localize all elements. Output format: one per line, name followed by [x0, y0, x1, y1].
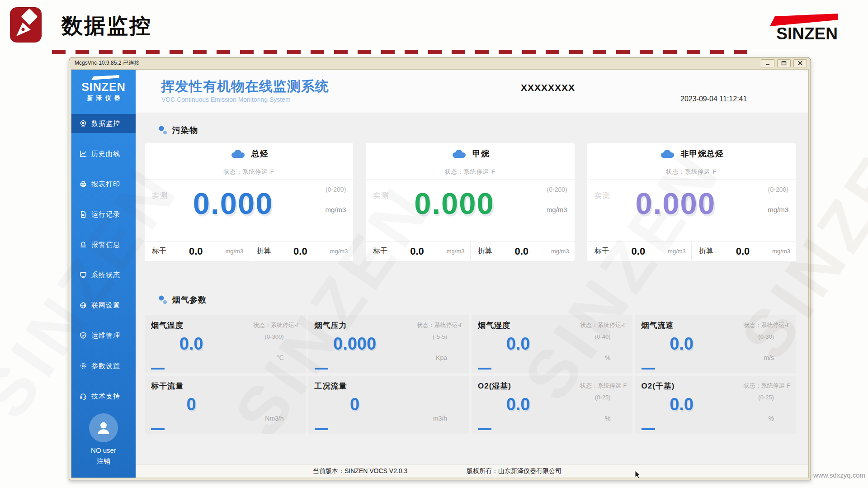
- params-icon: [79, 362, 87, 370]
- flue-value: 0.0: [635, 395, 728, 414]
- flue-label: 标干流量: [151, 381, 184, 391]
- main-content: 挥发性有机物在线监测系统 VOC Continuous Emission Mon…: [136, 70, 808, 478]
- flue-range: (0-25): [595, 394, 611, 401]
- sidebar-item-report-print[interactable]: 报表打印: [71, 175, 136, 194]
- flue-cell-velocity: 烟气流速 状态：系统停运-F (0-30) 0.0 m/s: [635, 315, 796, 373]
- flue-value: 0.0: [145, 334, 238, 354]
- accent-dash: [478, 428, 491, 430]
- sidebar-brand: SINZEN: [71, 81, 136, 93]
- minimize-button[interactable]: [761, 59, 774, 67]
- maximize-icon: [781, 61, 787, 66]
- cloud-icon: [451, 148, 467, 159]
- sidebar-item-label: 技术支持: [91, 392, 120, 401]
- flue-label: 工况流量: [315, 381, 347, 391]
- converted-label: 折算: [699, 246, 713, 256]
- pollutants-section-header: 污染物: [158, 125, 198, 136]
- flue-label: 烟气湿度: [478, 320, 510, 331]
- flue-cell-actual-flow: 工况流量 0 m3/h: [308, 376, 469, 434]
- sidebar-item-network-settings[interactable]: 联网设置: [71, 296, 136, 315]
- flue-cell-humidity: 烟气湿度 状态：系统停运-F (0-40) 0.0 %: [472, 315, 632, 373]
- sidebar-item-label: 运行记录: [91, 210, 120, 219]
- flue-section-header: 烟气参数: [158, 294, 207, 305]
- unit-label: mg/m3: [768, 206, 788, 213]
- flue-cell-temperature: 烟气温度 状态：系统停运-F (0-300) 0.0 ℃: [145, 315, 306, 373]
- flue-label: O2(湿基): [478, 381, 511, 391]
- sidebar-item-run-record[interactable]: 运行记录: [71, 205, 136, 224]
- std-dry-value: 0.0: [169, 246, 222, 257]
- section-title: 烟气参数: [172, 294, 207, 305]
- cloud-icon: [230, 148, 246, 159]
- monitor-icon: [79, 119, 87, 128]
- pollutant-cards: 总烃 状态：系统停运-F 实测 0.000 (0-200) mg/m3 标干 0…: [145, 143, 796, 261]
- sidebar-item-data-monitor[interactable]: 数据监控: [71, 114, 136, 133]
- unit-label: mg/m3: [547, 206, 567, 213]
- system-title: 挥发性有机物在线监测系统: [161, 77, 329, 96]
- std-dry-unit: mg/m3: [225, 248, 243, 255]
- accent-dash: [315, 428, 328, 430]
- flue-cell-o2-dry: O2(干基) 状态：系统停运-F (0-25) 0.0 %: [635, 376, 796, 434]
- pollutant-card-nmhc: 非甲烷总烃 状态：系统停运-F 实测 0.000 (0-200) mg/m3 标…: [587, 143, 796, 261]
- measured-value: 0.000: [384, 186, 524, 221]
- status-text: 状态：系统停运-F: [587, 164, 796, 180]
- record-icon: [79, 210, 87, 218]
- accent-dash: [642, 368, 655, 370]
- flue-cell-o2-wet: O2(湿基) 状态：系统停运-F (0-25) 0.0 %: [472, 376, 632, 434]
- sidebar-item-history-curve[interactable]: 历史曲线: [71, 144, 136, 163]
- user-name: NO user: [71, 446, 136, 454]
- support-icon: [79, 392, 87, 400]
- flue-cell-pressure: 烟气压力 状态：系统停运-F (-5-5) 0.000 Kpa: [308, 315, 469, 373]
- flue-value: 0.0: [472, 334, 565, 354]
- flue-label: 烟气压力: [315, 320, 347, 331]
- page-title: 数据监控: [61, 12, 152, 40]
- logout-button[interactable]: 注销: [71, 457, 136, 466]
- flue-status: 状态：系统停运-F: [580, 321, 627, 329]
- flue-unit: m3/h: [433, 415, 447, 422]
- sidebar-item-label: 参数设置: [91, 362, 120, 370]
- flue-range: (0-30): [758, 333, 774, 340]
- sidebar-item-parameter-settings[interactable]: 参数设置: [71, 356, 136, 375]
- pollutant-name: 非甲烷总烃: [681, 148, 724, 159]
- converted-value: 0.0: [274, 246, 327, 257]
- maximize-button[interactable]: [777, 59, 791, 67]
- minimize-icon: [765, 61, 770, 66]
- flue-status: 状态：系统停运-F: [580, 382, 627, 390]
- std-dry-value: 0.0: [612, 246, 665, 257]
- system-subtitle: VOC Continuous Emission Monitoring Syste…: [161, 96, 291, 103]
- sidebar-item-label: 联网设置: [91, 301, 120, 310]
- copyright-text: 版权所有：山东新泽仪器有限公司: [467, 464, 561, 478]
- flue-unit: %: [769, 415, 774, 422]
- mouse-cursor: [635, 470, 641, 479]
- converted-value: 0.0: [495, 246, 548, 257]
- sidebar-item-label: 报表打印: [91, 180, 120, 189]
- flue-unit: Nm3/h: [265, 415, 283, 422]
- sidebar-item-label: 系统状态: [91, 271, 120, 280]
- converted-label: 折算: [256, 246, 271, 256]
- status-text: 状态：系统停运-F: [366, 164, 574, 180]
- app-footer: 当前版本：SINZEN VOCS V2.0.3 版权所有：山东新泽仪器有限公司: [136, 464, 808, 478]
- window-titlebar[interactable]: McgsVnc-10.9.85.2-已连接: [69, 57, 811, 69]
- pollutant-name: 总烃: [251, 148, 269, 159]
- range-label: (0-200): [768, 186, 788, 193]
- flue-value: 0.0: [635, 334, 728, 354]
- network-icon: [79, 301, 87, 309]
- unit-label: mg/m3: [325, 206, 346, 213]
- pen-icon: [10, 7, 42, 43]
- flue-range: (0-40): [595, 333, 611, 340]
- close-button[interactable]: [793, 59, 807, 67]
- sidebar-item-system-status[interactable]: 系统状态: [71, 265, 136, 284]
- vnc-window: McgsVnc-10.9.85.2-已连接 SINZEN 新泽仪器 数据监控: [69, 57, 811, 480]
- sidebar-item-ops-management[interactable]: 运维管理: [71, 326, 136, 345]
- measured-value: 0.000: [605, 186, 746, 221]
- sidebar-item-alarm-info[interactable]: 报警信息: [71, 235, 136, 254]
- station-name: XXXXXXXX: [521, 82, 575, 93]
- accent-dash: [478, 368, 491, 370]
- alarm-icon: [79, 241, 87, 249]
- flue-status: 状态：系统停运-F: [253, 321, 300, 329]
- flue-label: 烟气流速: [642, 320, 674, 331]
- divider-dashed-line: [52, 50, 755, 54]
- flue-unit: Kpa: [436, 354, 447, 361]
- window-body: SINZEN 新泽仪器 数据监控 历史曲线 报表打印 运行记: [71, 69, 809, 478]
- sidebar-menu: 数据监控 历史曲线 报表打印 运行记录 报警信息: [71, 114, 136, 417]
- flue-label: 烟气温度: [151, 320, 184, 331]
- sidebar-item-tech-support[interactable]: 技术支持: [71, 387, 136, 406]
